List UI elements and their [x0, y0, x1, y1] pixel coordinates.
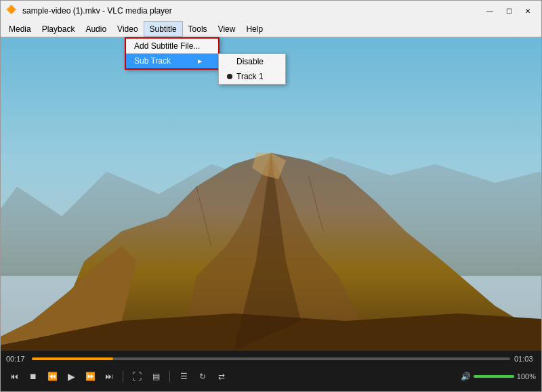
separator-2: [169, 371, 170, 382]
volume-label: 100%: [517, 372, 536, 380]
progress-fill: [32, 357, 113, 360]
window-title: sample-video (1).mkv - VLC media player: [22, 6, 172, 16]
window-controls: — ☐ ✕: [482, 5, 536, 17]
disable-item[interactable]: Disable: [219, 54, 285, 69]
current-time: 00:17: [6, 355, 28, 363]
subtrack-submenu: Disable Track 1: [218, 53, 286, 85]
stop-button[interactable]: ⏹: [25, 368, 41, 385]
menu-audio[interactable]: Audio: [80, 21, 112, 37]
menu-media[interactable]: Media: [3, 21, 37, 37]
menu-bar: Media Playback Audio Video Subtitle Tool…: [1, 21, 541, 37]
skip-back-button[interactable]: ⏮: [6, 368, 22, 385]
controls-row: ⏮ ⏹ ⏪ ▶ ⏩ ⏭ ⛶ ▤ ☰ ↻ ⇄ 🔊 100%: [6, 366, 536, 387]
close-button[interactable]: ✕: [520, 5, 536, 17]
random-button[interactable]: ⇄: [213, 368, 230, 385]
volume-controls: 🔊 100%: [461, 372, 536, 381]
volume-icon: 🔊: [461, 372, 471, 381]
selected-bullet-icon: [227, 74, 232, 79]
title-bar: 🔶 sample-video (1).mkv - VLC media playe…: [1, 1, 541, 21]
vlc-window: 🔶 sample-video (1).mkv - VLC media playe…: [0, 0, 542, 392]
next-button[interactable]: ⏩: [82, 368, 98, 385]
minimize-button[interactable]: —: [482, 5, 498, 17]
playback-controls: ⏮ ⏹ ⏪ ▶ ⏩ ⏭ ⛶ ▤ ☰ ↻ ⇄: [6, 368, 230, 385]
add-subtitle-item[interactable]: Add Subtitle File...: [126, 39, 218, 53]
play-button[interactable]: ▶: [63, 368, 79, 385]
track1-item[interactable]: Track 1: [219, 69, 285, 84]
menu-subtitle[interactable]: Subtitle: [144, 21, 183, 37]
playlist-button[interactable]: ☰: [175, 368, 192, 385]
separator-1: [123, 371, 123, 382]
title-bar-left: 🔶 sample-video (1).mkv - VLC media playe…: [6, 5, 172, 17]
menu-playback[interactable]: Playback: [37, 21, 81, 37]
menu-video[interactable]: Video: [112, 21, 143, 37]
control-bar: 00:17 01:03 ⏮ ⏹ ⏪ ▶ ⏩ ⏭ ⛶ ▤ ☰ ↻ ⇄: [1, 351, 541, 391]
sub-track-item[interactable]: Sub Track Disable Track 1: [126, 53, 218, 68]
extended-settings-button[interactable]: ▤: [148, 368, 164, 385]
menu-help[interactable]: Help: [241, 21, 268, 37]
volume-fill: [474, 375, 514, 378]
progress-bar[interactable]: [32, 357, 510, 360]
menu-view[interactable]: View: [213, 21, 241, 37]
progress-row: 00:17 01:03: [6, 352, 536, 366]
vlc-logo-icon: 🔶: [6, 5, 18, 17]
menu-tools[interactable]: Tools: [183, 21, 213, 37]
fullscreen-button[interactable]: ⛶: [129, 368, 145, 385]
prev-button[interactable]: ⏪: [44, 368, 60, 385]
maximize-button[interactable]: ☐: [501, 5, 517, 17]
volume-bar[interactable]: [474, 375, 514, 378]
skip-fwd-button[interactable]: ⏭: [101, 368, 117, 385]
loop-button[interactable]: ↻: [194, 368, 211, 385]
subtitle-dropdown: Add Subtitle File... Sub Track Disable T…: [125, 37, 220, 70]
total-time: 01:03: [514, 355, 536, 363]
